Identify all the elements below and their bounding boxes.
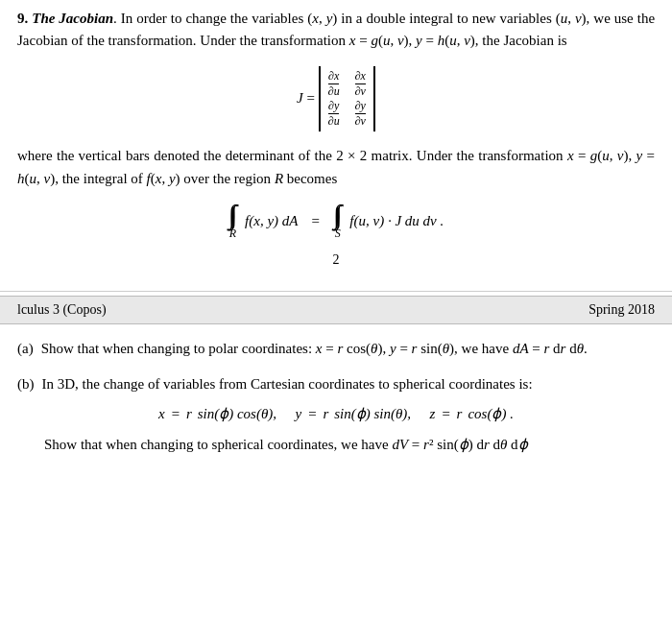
z-equals: = xyxy=(441,403,450,425)
left-bar xyxy=(319,66,321,132)
right-integrand: f(u, v) · J du dv . xyxy=(349,213,444,229)
right-integral-group: ∫ ∫ S xyxy=(333,202,342,241)
integral-symbol-4: ∫ xyxy=(335,202,343,228)
frac-dy-du: ∂y ∂u xyxy=(328,100,340,128)
spherical-formula: x = r sin(ϕ) cos(θ), y = r sin(ϕ) sin(θ)… xyxy=(17,403,655,425)
integral-symbol-2: ∫ xyxy=(229,202,237,228)
page-number: 2 xyxy=(17,252,655,268)
subscript-R: R xyxy=(229,227,236,241)
problem-b-label: (b) xyxy=(17,373,35,395)
y-expr: sin(ϕ) sin(θ), xyxy=(334,403,411,425)
subscript-S: S xyxy=(335,227,341,241)
cell-r2c2: ∂y ∂v xyxy=(355,100,366,128)
left-integral-symbols: ∫ ∫ xyxy=(228,202,237,228)
x-formula: x xyxy=(158,403,165,425)
right-integral-symbols: ∫ ∫ xyxy=(333,202,342,228)
footer-right: Spring 2018 xyxy=(588,302,655,318)
explanation-text: where the vertical bars denoted the dete… xyxy=(17,145,655,190)
equals: = xyxy=(303,90,319,107)
z-val: r xyxy=(457,403,463,425)
cell-r1c2: ∂x ∂v xyxy=(355,70,366,98)
equals-sign: = xyxy=(312,213,320,229)
section-title: The Jacobian xyxy=(32,11,113,26)
z-expr: cos(ϕ) . xyxy=(468,403,514,425)
frac-dx-dv: ∂x ∂v xyxy=(355,70,366,98)
problem-b-followup: Show that when changing to spherical coo… xyxy=(17,434,655,456)
z-formula: z xyxy=(430,403,436,425)
frac-dx-du: ∂x ∂u xyxy=(328,70,340,98)
y-val: r xyxy=(323,403,328,425)
matrix-bars: ∂x ∂u ∂x ∂v ∂y ∂u xyxy=(319,66,375,132)
y-formula: y xyxy=(296,403,302,425)
frac-dy-dv: ∂y ∂v xyxy=(355,100,366,128)
x-val: r xyxy=(186,403,192,425)
problem-b-text: In 3D, the change of variables from Cart… xyxy=(42,373,656,395)
matrix-grid: ∂x ∂u ∂x ∂v ∂y ∂u xyxy=(323,66,372,132)
problem-b: (b) In 3D, the change of variables from … xyxy=(17,373,655,456)
problem-a-label: (a) xyxy=(17,338,34,360)
problem-a: (a) Show that when changing to polar coo… xyxy=(17,338,655,360)
footer-left: lculus 3 (Copos) xyxy=(17,302,107,318)
section-number: 9. xyxy=(17,11,28,26)
jacobian-formula: J = ∂x ∂u ∂x ∂v xyxy=(17,66,655,132)
x-expr: sin(ϕ) cos(θ), xyxy=(198,403,276,425)
cell-r2c1: ∂y ∂u xyxy=(328,100,340,128)
problem-b-header: (b) In 3D, the change of variables from … xyxy=(17,373,655,395)
left-integral-group: ∫ ∫ R xyxy=(228,202,237,241)
cell-r1c1: ∂x ∂u xyxy=(328,70,340,98)
right-bar xyxy=(373,66,375,132)
section-header: 9. The Jacobian. In order to change the … xyxy=(17,8,655,53)
footer-bar: lculus 3 (Copos) Spring 2018 xyxy=(0,296,672,324)
intro-text: 9. The Jacobian. In order to change the … xyxy=(17,8,655,53)
bottom-section: (a) Show that when changing to polar coo… xyxy=(0,324,672,481)
y-equals: = xyxy=(307,403,317,425)
x-equals: = xyxy=(171,403,180,425)
top-section: 9. The Jacobian. In order to change the … xyxy=(0,0,672,292)
left-integrand: f(x, y) dA xyxy=(245,213,298,229)
problem-a-content: Show that when changing to polar coordin… xyxy=(41,338,655,360)
integral-formula: ∫ ∫ R f(x, y) dA = ∫ ∫ S f(u, v) · J du … xyxy=(17,202,655,241)
period-after-title: . xyxy=(113,11,117,26)
j-label: J xyxy=(297,90,303,107)
